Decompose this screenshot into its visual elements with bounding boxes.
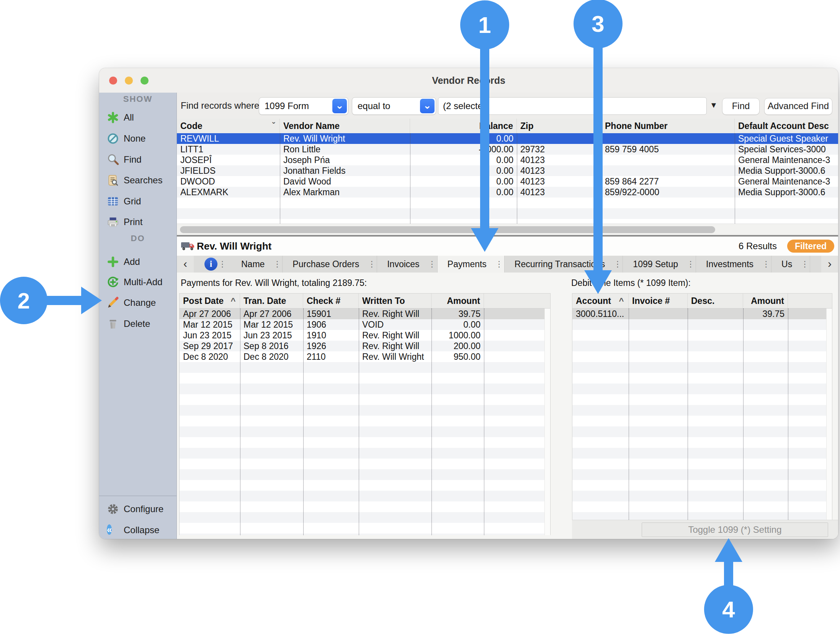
table-row[interactable]: REVWILL Rev. Will Wright 0.00 Special Gu…: [177, 133, 838, 144]
search-icon: [107, 153, 119, 166]
cell-tran-date: Sep 8 2016: [240, 341, 303, 351]
column-header-balance[interactable]: Balance: [410, 119, 517, 133]
none-icon: [107, 132, 119, 145]
cell-post-date: Dec 8 2020: [180, 351, 240, 362]
cell-check: 2110: [303, 351, 359, 362]
column-header-amount[interactable]: Amount: [431, 294, 484, 308]
table-row[interactable]: Mar 12 2015 Mar 12 2015 1906 VOID 0.00: [180, 319, 550, 330]
cell-written-to: Rev. Right Will: [359, 309, 431, 319]
sidebar-divider: [99, 496, 176, 496]
sidebar-item-delete[interactable]: Delete: [99, 315, 176, 332]
cell-post-date: Mar 12 2015: [180, 319, 240, 330]
column-header-check[interactable]: Check #: [303, 294, 359, 308]
tab-info[interactable]: i ⋮: [194, 256, 231, 273]
column-header-amount[interactable]: Amount: [743, 294, 788, 308]
column-header-code[interactable]: Code ˇ: [177, 119, 280, 133]
column-header-invoice[interactable]: Invoice #: [629, 294, 688, 308]
cell-amount: 1000.00: [431, 330, 484, 341]
table-row[interactable]: 3000.5110... 39.75: [572, 309, 832, 319]
column-header-account[interactable]: Account ^: [572, 294, 629, 308]
find-button[interactable]: Find: [722, 98, 760, 115]
cell-vendor-name: David Wood: [280, 176, 410, 187]
column-header-post-date[interactable]: Post Date ^: [180, 294, 240, 308]
cell-tran-date: Mar 12 2015: [240, 319, 303, 330]
detail-header: Rev. Will Wright 6 Results Filtered: [177, 237, 838, 256]
gear-icon: [107, 503, 119, 515]
cell-vendor-name: Alex Markman: [280, 187, 410, 198]
field-dropdown[interactable]: 1099 Form ⌄: [259, 97, 348, 115]
detail-tab[interactable]: 1099 Setup ⋮: [623, 256, 696, 273]
callout-circle-4: 4: [704, 585, 753, 634]
cell-account: General Maintenance-3: [735, 155, 838, 165]
callout-arrow-1: [480, 47, 489, 229]
scrollbar-thumb[interactable]: [180, 226, 715, 233]
column-header-tran-date[interactable]: Tran. Date: [240, 294, 303, 308]
search-value-input[interactable]: (2 selected: [438, 97, 707, 115]
callout-circle-1: 1: [460, 0, 509, 49]
cell-zip: 40123: [517, 187, 601, 198]
detail-tab[interactable]: Investments ⋮: [696, 256, 771, 273]
sidebar-item-grid[interactable]: Grid: [99, 193, 176, 210]
sidebar-item-add[interactable]: Add: [99, 253, 176, 270]
column-header-vendor-name[interactable]: Vendor Name: [280, 119, 410, 133]
sidebar-item-print[interactable]: Print: [99, 214, 176, 230]
sidebar-item-multi-add[interactable]: Multi-Add: [99, 274, 176, 291]
sidebar-item-change[interactable]: Change: [99, 294, 176, 311]
callout-arrowhead-1: [471, 228, 498, 252]
column-header-desc[interactable]: Desc.: [688, 294, 743, 308]
column-header-zip[interactable]: Zip: [517, 119, 601, 133]
column-header-account[interactable]: Default Account Desc: [735, 119, 838, 133]
sidebar-item-label: Change: [124, 294, 156, 311]
vertical-scrollbar[interactable]: [826, 309, 832, 520]
payments-table-body: Apr 27 2006 Apr 27 2006 15901 Rev. Right…: [180, 309, 550, 535]
saved-searches-icon: [107, 174, 119, 186]
horizontal-scrollbar[interactable]: [177, 224, 838, 235]
table-row[interactable]: Jun 23 2015 Jun 23 2015 1910 Rev. Right …: [180, 330, 550, 341]
detail-tab[interactable]: Us ⋮: [771, 256, 810, 273]
sidebar-item-label: Grid: [124, 193, 141, 210]
screenshot-canvas: Vendor Records SHOW All None: [0, 0, 840, 635]
drag-handle-icon: ⋮: [272, 260, 282, 269]
detail-tab[interactable]: Name ⋮: [231, 256, 283, 273]
table-row[interactable]: ALEXMARK Alex Markman 0.00 40123 859/922…: [177, 187, 838, 198]
sidebar-item-label: Add: [124, 253, 140, 270]
table-row[interactable]: DWOOD David Wood 0.00 40123 859 864 2277…: [177, 176, 838, 187]
cell-balance: 0.00: [410, 133, 517, 144]
sidebar-item-none[interactable]: None: [99, 130, 176, 147]
detail-tab[interactable]: Purchase Orders ⋮: [283, 256, 377, 273]
table-row[interactable]: JOSEPÎ Joseph Pńa 0.00 40123 General Mai…: [177, 155, 838, 165]
cell-vendor-name: Joseph Pńa: [280, 155, 410, 165]
pencil-icon: [107, 297, 119, 309]
table-row[interactable]: JFIELDS Jonathan Fields 0.00 40123 Media…: [177, 165, 838, 176]
table-row[interactable]: Dec 8 2020 Dec 8 2020 2110 Rev. Will Wri…: [180, 351, 550, 362]
column-header-phone[interactable]: Phone Number: [601, 119, 735, 133]
grid-icon: [107, 195, 119, 207]
sidebar-item-configure[interactable]: Configure: [99, 501, 176, 517]
table-row[interactable]: Sep 29 2017 Sep 8 2016 1926 Rev. Right W…: [180, 341, 550, 351]
detail-tab[interactable]: Payments ⋮: [438, 256, 505, 273]
advanced-find-button[interactable]: Advanced Find: [764, 98, 832, 115]
vertical-scrollbar[interactable]: [544, 309, 550, 535]
table-row[interactable]: Apr 27 2006 Apr 27 2006 15901 Rev. Right…: [180, 309, 550, 319]
sidebar-item-all[interactable]: All: [99, 109, 176, 126]
sidebar-item-searches[interactable]: Searches: [99, 172, 176, 189]
filtered-badge[interactable]: Filtered: [787, 240, 834, 253]
value-history-caret-icon[interactable]: ▾: [711, 93, 716, 119]
cell-written-to: Rev. Will Wright: [359, 351, 431, 362]
sidebar-item-collapse[interactable]: « Collapse: [99, 522, 176, 539]
cell-amount: 950.00: [431, 351, 484, 362]
column-header-written-to[interactable]: Written To: [359, 294, 431, 308]
column-divider: [688, 309, 688, 520]
column-divider: [280, 133, 280, 224]
tabs-scroll-right-icon[interactable]: ›: [821, 256, 838, 273]
sidebar-item-find[interactable]: Find: [99, 151, 176, 168]
tabs-scroll-left-icon[interactable]: ‹: [177, 256, 194, 273]
detail-tab[interactable]: Invoices ⋮: [377, 256, 437, 273]
column-divider: [359, 309, 359, 535]
toggle-1099-button[interactable]: Toggle 1099 (*) Setting: [642, 522, 828, 537]
callout-arrow-2: [45, 296, 82, 305]
trash-icon: [107, 318, 119, 330]
operator-dropdown[interactable]: equal to ⌄: [352, 97, 436, 115]
table-row[interactable]: LITT1 Ron Little -1000.00 29732 859 759 …: [177, 144, 838, 155]
field-dropdown-value: 1099 Form: [265, 98, 309, 114]
